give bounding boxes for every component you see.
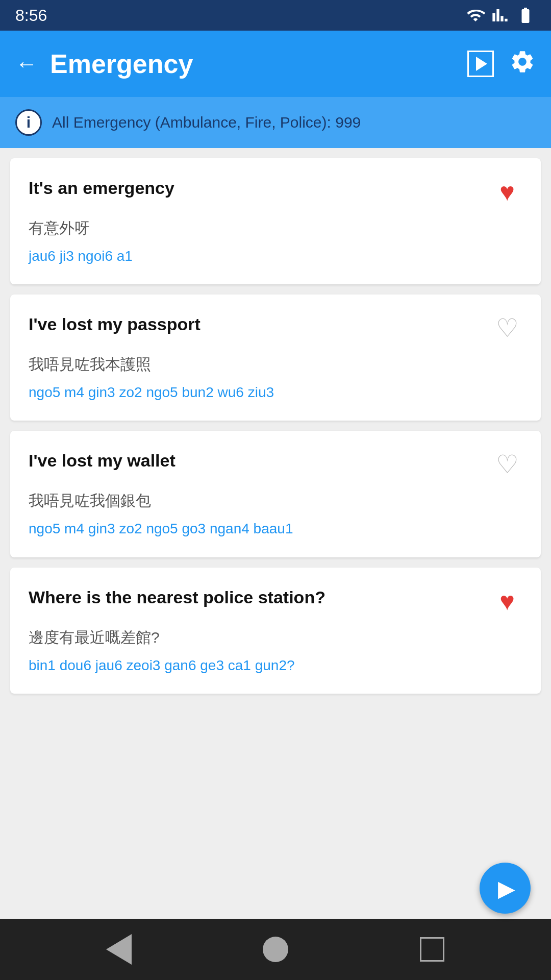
phrase-romanized-3: ngo5 m4 gin3 zo2 ngo5 go3 ngan4 baau1: [29, 519, 522, 538]
play-button[interactable]: [467, 51, 494, 77]
status-bar: 8:56: [0, 0, 551, 31]
info-banner: i All Emergency (Ambulance, Fire, Police…: [0, 97, 551, 148]
phrase-english-3: I've lost my wallet: [29, 449, 492, 472]
info-icon: i: [15, 109, 42, 136]
phrase-card-header-1: It's an emergency ♥: [29, 177, 522, 207]
nav-home-icon: [263, 937, 288, 962]
phrase-card-1: It's an emergency ♥ 有意外呀 jau6 ji3 ngoi6 …: [10, 158, 541, 284]
back-button[interactable]: ←: [15, 51, 38, 77]
phrases-list: It's an emergency ♥ 有意外呀 jau6 ji3 ngoi6 …: [0, 148, 551, 919]
phrase-romanized-2: ngo5 m4 gin3 zo2 ngo5 bun2 wu6 ziu3: [29, 382, 522, 402]
phrase-card-2: I've lost my passport ♡ 我唔見咗我本護照 ngo5 m4…: [10, 295, 541, 421]
info-text: All Emergency (Ambulance, Fire, Police):…: [52, 114, 361, 131]
favorite-button-4[interactable]: ♥: [492, 586, 522, 617]
fab-play-icon: ▶: [498, 875, 515, 901]
nav-back-button[interactable]: [104, 934, 134, 965]
favorite-button-3[interactable]: ♡: [492, 449, 522, 480]
phrase-chinese-1: 有意外呀: [29, 217, 522, 239]
phrase-english-4: Where is the nearest police station?: [29, 586, 492, 608]
phrase-card-header-4: Where is the nearest police station? ♥: [29, 586, 522, 617]
phrase-english-1: It's an emergency: [29, 177, 492, 199]
nav-recents-icon: [420, 937, 444, 962]
nav-recents-button[interactable]: [417, 934, 447, 965]
favorite-button-1[interactable]: ♥: [492, 177, 522, 207]
phrase-romanized-1: jau6 ji3 ngoi6 a1: [29, 246, 522, 266]
favorite-button-2[interactable]: ♡: [492, 313, 522, 344]
heart-filled-icon-4: ♥: [499, 586, 515, 616]
heart-outline-icon-2: ♡: [496, 313, 519, 343]
phrase-chinese-2: 我唔見咗我本護照: [29, 354, 522, 375]
battery-icon: [515, 6, 536, 24]
nav-home-button[interactable]: [260, 934, 291, 965]
phrase-card-header-2: I've lost my passport ♡: [29, 313, 522, 344]
signal-icon: [492, 6, 508, 24]
phrase-chinese-4: 邊度有最近嘅差館?: [29, 627, 522, 648]
heart-outline-icon-3: ♡: [496, 450, 519, 479]
status-time: 8:56: [15, 6, 47, 25]
heart-filled-icon-1: ♥: [499, 177, 515, 207]
phrase-card-3: I've lost my wallet ♡ 我唔見咗我個銀包 ngo5 m4 g…: [10, 431, 541, 557]
page-title: Emergency: [50, 48, 467, 79]
bottom-nav: [0, 919, 551, 980]
fab-play-button[interactable]: ▶: [480, 863, 531, 914]
app-bar-actions: [467, 48, 536, 80]
fab-container: ▶: [480, 863, 531, 914]
status-icons: [466, 6, 536, 24]
wifi-icon: [466, 6, 485, 24]
nav-back-icon: [106, 934, 132, 965]
play-triangle-icon: [476, 57, 487, 71]
phrase-card-header-3: I've lost my wallet ♡: [29, 449, 522, 480]
app-bar: ← Emergency: [0, 31, 551, 97]
phrase-chinese-3: 我唔見咗我個銀包: [29, 490, 522, 511]
phrase-card-4: Where is the nearest police station? ♥ 邊…: [10, 568, 541, 694]
gear-icon: [509, 48, 536, 75]
settings-button[interactable]: [509, 48, 536, 80]
phrase-romanized-4: bin1 dou6 jau6 zeoi3 gan6 ge3 ca1 gun2?: [29, 655, 522, 675]
phrase-english-2: I've lost my passport: [29, 313, 492, 335]
